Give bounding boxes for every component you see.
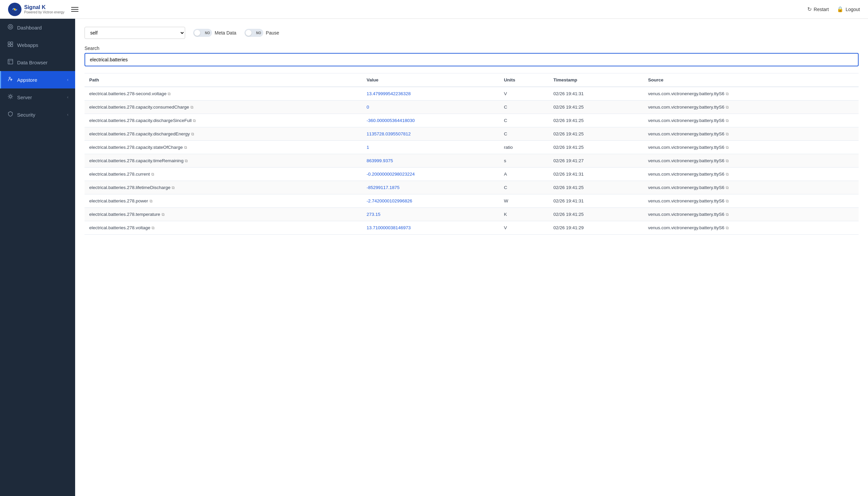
copy-path-icon[interactable]: ⧉: [191, 132, 194, 136]
hamburger-line-1: [71, 7, 78, 8]
copy-path-icon[interactable]: ⧉: [193, 118, 196, 123]
table-body: electrical.batteries.278-second.voltage⧉…: [85, 87, 858, 235]
cell-source: venus.com.victronenergy.battery.ttyS6⧉: [643, 141, 858, 154]
value-link[interactable]: -2.7420000102996826: [366, 198, 412, 203]
webapps-icon: [8, 42, 13, 48]
sidebar-item-security[interactable]: Security ‹: [0, 106, 75, 123]
copy-path-icon[interactable]: ⧉: [152, 226, 155, 230]
copy-source-icon[interactable]: ⧉: [726, 118, 729, 123]
path-text: electrical.batteries.278.capacity.discha…: [89, 118, 192, 123]
path-text: electrical.batteries.278.voltage: [89, 225, 150, 230]
copy-source-icon[interactable]: ⧉: [726, 132, 729, 136]
copy-source-icon[interactable]: ⧉: [726, 92, 729, 96]
col-value: Value: [362, 73, 499, 87]
copy-path-icon[interactable]: ⧉: [150, 199, 153, 203]
path-text: electrical.batteries.278.lifetimeDischar…: [89, 185, 170, 190]
pause-toggle[interactable]: NO: [244, 29, 263, 37]
appstore-icon: [8, 76, 13, 83]
cell-units: V: [499, 87, 549, 100]
copy-path-icon[interactable]: ⧉: [172, 185, 175, 190]
copy-source-icon[interactable]: ⧉: [726, 105, 729, 110]
cell-source: venus.com.victronenergy.battery.ttyS6⧉: [643, 168, 858, 181]
logout-button[interactable]: 🔒 Logout: [837, 6, 860, 12]
svg-point-1: [14, 9, 16, 10]
copy-path-icon[interactable]: ⧉: [151, 172, 154, 176]
header-left: Signal K Powered by Victron energy: [8, 3, 80, 16]
table-row: electrical.batteries.278.temperature⧉273…: [85, 208, 858, 221]
cell-value: 13.710000038146973: [362, 221, 499, 235]
cell-timestamp: 02/26 19:41:31: [549, 87, 643, 100]
value-link[interactable]: 0: [366, 105, 369, 110]
sidebar-item-server[interactable]: Server ‹: [0, 89, 75, 106]
svg-point-3: [10, 26, 11, 28]
sidebar: Dashboard Webapps Data Browser Appstore …: [0, 19, 75, 496]
pause-label: Pause: [266, 30, 279, 35]
source-text: venus.com.victronenergy.battery.ttyS6: [648, 91, 724, 96]
restart-button[interactable]: ↻ Restart: [807, 6, 829, 12]
cell-timestamp: 02/26 19:41:25: [549, 208, 643, 221]
table-row: electrical.batteries.278.power⧉-2.742000…: [85, 195, 858, 208]
cell-timestamp: 02/26 19:41:25: [549, 141, 643, 154]
vessel-select[interactable]: self: [85, 27, 185, 39]
sidebar-item-label-security: Security: [17, 112, 63, 118]
copy-path-icon[interactable]: ⧉: [185, 158, 188, 163]
value-link[interactable]: 1135728.0395507812: [366, 131, 410, 136]
value-link[interactable]: 13.479999542236328: [366, 91, 410, 96]
copy-source-icon[interactable]: ⧉: [726, 158, 729, 163]
path-text: electrical.batteries.278.capacity.consum…: [89, 105, 189, 110]
sidebar-item-webapps[interactable]: Webapps: [0, 36, 75, 53]
source-text: venus.com.victronenergy.battery.ttyS6: [648, 131, 724, 136]
cell-units: W: [499, 195, 549, 208]
meta-data-toggle[interactable]: NO: [193, 29, 212, 37]
cell-path: electrical.batteries.278.current⧉: [85, 168, 362, 181]
sidebar-item-label-server: Server: [17, 94, 63, 100]
cell-path: electrical.batteries.278.capacity.discha…: [85, 127, 362, 141]
meta-data-label: Meta Data: [215, 30, 237, 35]
value-link[interactable]: 13.710000038146973: [366, 225, 410, 230]
source-text: venus.com.victronenergy.battery.ttyS6: [648, 145, 724, 150]
cell-units: C: [499, 181, 549, 195]
copy-path-icon[interactable]: ⧉: [191, 105, 194, 110]
search-input[interactable]: [85, 53, 858, 66]
value-link[interactable]: -0.20000000298023224: [366, 172, 415, 176]
copy-source-icon[interactable]: ⧉: [726, 185, 729, 190]
cell-units: V: [499, 221, 549, 235]
copy-source-icon[interactable]: ⧉: [726, 212, 729, 217]
cell-path: electrical.batteries.278.capacity.discha…: [85, 114, 362, 127]
cell-source: venus.com.victronenergy.battery.ttyS6⧉: [643, 208, 858, 221]
copy-source-icon[interactable]: ⧉: [726, 199, 729, 203]
copy-path-icon[interactable]: ⧉: [168, 92, 171, 96]
hamburger-button[interactable]: [70, 6, 80, 13]
svg-rect-7: [11, 45, 13, 47]
server-icon: [8, 94, 13, 100]
sidebar-item-label-data-browser: Data Browser: [17, 60, 69, 65]
sidebar-item-dashboard[interactable]: Dashboard: [0, 19, 75, 36]
cell-units: ratio: [499, 141, 549, 154]
table-row: electrical.batteries.278.capacity.consum…: [85, 100, 858, 114]
path-text: electrical.batteries.278.current: [89, 172, 150, 176]
copy-path-icon[interactable]: ⧉: [184, 145, 187, 150]
copy-source-icon[interactable]: ⧉: [726, 145, 729, 150]
sidebar-item-data-browser[interactable]: Data Browser: [0, 53, 75, 71]
cell-units: C: [499, 127, 549, 141]
cell-timestamp: 02/26 19:41:29: [549, 221, 643, 235]
value-link[interactable]: 863999.9375: [366, 158, 393, 163]
svg-rect-8: [8, 59, 13, 64]
meta-data-toggle-no: NO: [205, 31, 210, 35]
cell-units: s: [499, 154, 549, 168]
table-row: electrical.batteries.278.lifetimeDischar…: [85, 181, 858, 195]
svg-point-11: [9, 77, 10, 78]
sidebar-item-appstore[interactable]: Appstore ‹: [0, 71, 75, 89]
copy-source-icon[interactable]: ⧉: [726, 172, 729, 176]
value-link[interactable]: 1: [366, 145, 369, 150]
cell-value: -85299117.1875: [362, 181, 499, 195]
copy-path-icon[interactable]: ⧉: [162, 212, 165, 217]
value-link[interactable]: 273.15: [366, 212, 380, 217]
copy-source-icon[interactable]: ⧉: [726, 226, 729, 230]
hamburger-line-2: [71, 9, 78, 10]
logo-title: Signal K: [24, 4, 64, 10]
value-link[interactable]: -360.000005364418030: [366, 118, 415, 123]
data-table: Path Value Units Timestamp Source electr…: [85, 73, 858, 235]
path-text: electrical.batteries.278.capacity.discha…: [89, 131, 190, 136]
value-link[interactable]: -85299117.1875: [366, 185, 400, 190]
